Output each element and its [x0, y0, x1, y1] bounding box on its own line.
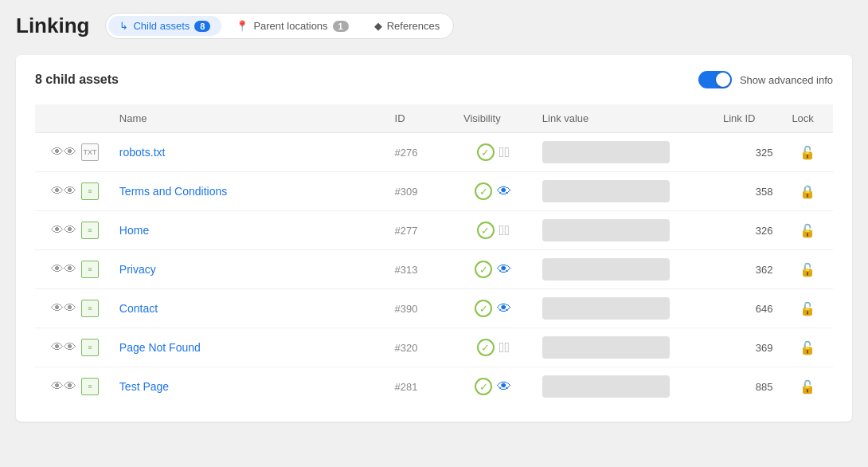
link-id-value: 646 — [756, 303, 773, 315]
page-type-icon: ≡ — [81, 182, 99, 200]
visibility-eye-icon[interactable]: 👁 — [497, 261, 511, 278]
page-type-icon: ≡ — [81, 300, 99, 317]
table-row: 👁👁 ≡ Contact#390✓👁646🔓 — [35, 289, 833, 328]
visibility-eye-icon[interactable]: 👁 — [497, 183, 511, 200]
table-row: 👁👁 ≡ Privacy#313✓👁362🔓 — [35, 250, 833, 289]
link-id-value: 358 — [756, 186, 773, 198]
binoculars-icon[interactable]: 👁👁 — [51, 184, 76, 198]
status-check: ✓ — [477, 222, 495, 239]
asset-id: #277 — [395, 225, 418, 237]
section-title: 8 child assets — [35, 73, 119, 87]
advanced-toggle-switch[interactable] — [698, 71, 732, 88]
references-icon: ◆ — [374, 20, 382, 32]
table-header-row: Name ID Visibility Link value Link ID Lo… — [35, 104, 833, 133]
tab-parent-locations[interactable]: 📍 Parent locations 1 — [225, 16, 359, 36]
col-header-linkvalue: Link value — [533, 104, 714, 133]
table-row: 👁👁 TXT robots.txt#276✓👁̸325🔓 — [35, 133, 833, 172]
page-type-icon: ≡ — [81, 378, 99, 395]
unlock-icon[interactable]: 🔓 — [800, 341, 815, 355]
status-check: ✓ — [477, 339, 495, 356]
col-header-lock: Lock — [782, 104, 833, 133]
page-title: Linking — [16, 14, 89, 38]
page-header: Linking ↳ Child assets 8 📍 Parent locati… — [16, 13, 852, 39]
parent-locations-icon: 📍 — [236, 20, 248, 32]
tab-references[interactable]: ◆ References — [363, 16, 451, 36]
page-type-icon: ≡ — [81, 222, 99, 239]
asset-name-link[interactable]: Test Page — [119, 380, 169, 393]
table-row: 👁👁 ≡ Terms and Conditions#309✓👁358🔒 — [35, 172, 833, 211]
unlock-icon[interactable]: 🔓 — [800, 380, 815, 394]
link-id-value: 326 — [756, 225, 773, 237]
status-check: ✓ — [477, 143, 495, 161]
tab-bar: ↳ Child assets 8 📍 Parent locations 1 ◆ … — [105, 13, 454, 39]
asset-id: #281 — [395, 381, 418, 393]
asset-id: #320 — [395, 342, 418, 354]
content-card: 8 child assets Show advanced info Name I… — [16, 55, 852, 422]
status-check: ✓ — [475, 300, 492, 317]
link-value-bar[interactable] — [542, 297, 670, 320]
status-check: ✓ — [475, 182, 492, 200]
link-value-bar[interactable] — [542, 141, 670, 163]
visibility-eye-off-icon[interactable]: 👁̸ — [499, 339, 510, 356]
status-check: ✓ — [475, 261, 492, 278]
link-value-bar[interactable] — [542, 219, 670, 241]
link-id-value: 325 — [756, 147, 773, 159]
parent-locations-badge: 1 — [333, 21, 349, 32]
unlock-icon[interactable]: 🔓 — [800, 146, 815, 159]
asset-name-link[interactable]: Privacy — [119, 263, 156, 276]
card-header: 8 child assets Show advanced info — [35, 71, 833, 88]
asset-name-link[interactable]: Home — [119, 224, 149, 237]
col-header-visibility: Visibility — [454, 104, 533, 133]
binoculars-icon[interactable]: 👁👁 — [51, 301, 76, 316]
asset-name-link[interactable]: Terms and Conditions — [119, 185, 227, 198]
tab-references-label: References — [387, 20, 440, 32]
asset-name-link[interactable]: Page Not Found — [119, 341, 201, 354]
unlock-icon[interactable]: 🔓 — [800, 263, 815, 277]
child-assets-badge: 8 — [194, 21, 210, 32]
table-row: 👁👁 ≡ Home#277✓👁̸326🔓 — [35, 211, 833, 250]
advanced-toggle-label: Show advanced info — [740, 74, 833, 86]
link-id-value: 362 — [756, 264, 773, 276]
asset-id: #309 — [395, 186, 418, 198]
status-check: ✓ — [475, 378, 492, 395]
unlock-icon[interactable]: 🔓 — [800, 224, 815, 237]
table-row: 👁👁 ≡ Test Page#281✓👁885🔓 — [35, 367, 833, 406]
page-type-icon: ≡ — [81, 339, 99, 356]
link-value-bar[interactable] — [542, 180, 670, 202]
lock-icon[interactable]: 🔒 — [800, 185, 815, 198]
visibility-eye-icon[interactable]: 👁 — [497, 300, 511, 317]
file-type-icon: TXT — [81, 143, 99, 161]
tab-child-assets[interactable]: ↳ Child assets 8 — [108, 16, 221, 36]
tab-parent-locations-label: Parent locations — [253, 20, 327, 32]
binoculars-icon[interactable]: 👁👁 — [51, 262, 76, 277]
tab-child-assets-label: Child assets — [133, 20, 190, 32]
col-header-id: ID — [385, 104, 454, 133]
visibility-eye-off-icon[interactable]: 👁̸ — [499, 144, 510, 161]
link-id-value: 885 — [756, 381, 773, 393]
binoculars-icon[interactable]: 👁👁 — [51, 379, 76, 394]
binoculars-icon[interactable]: 👁👁 — [51, 145, 76, 159]
col-header-linkid: Link ID — [714, 104, 782, 133]
asset-name-link[interactable]: Contact — [119, 302, 158, 315]
assets-table: Name ID Visibility Link value Link ID Lo… — [35, 104, 833, 406]
link-value-bar[interactable] — [542, 258, 670, 281]
link-value-bar[interactable] — [542, 375, 670, 398]
table-row: 👁👁 ≡ Page Not Found#320✓👁̸369🔓 — [35, 328, 833, 367]
visibility-eye-off-icon[interactable]: 👁̸ — [499, 222, 510, 239]
col-header-icons — [35, 104, 110, 133]
asset-name-link[interactable]: robots.txt — [119, 146, 166, 159]
page-type-icon: ≡ — [81, 261, 99, 278]
link-value-bar[interactable] — [542, 336, 670, 359]
advanced-toggle-container: Show advanced info — [698, 71, 833, 88]
link-id-value: 369 — [756, 342, 773, 354]
binoculars-icon[interactable]: 👁👁 — [51, 340, 76, 355]
unlock-icon[interactable]: 🔓 — [800, 302, 815, 316]
binoculars-icon[interactable]: 👁👁 — [51, 223, 76, 237]
col-header-name: Name — [110, 104, 385, 133]
asset-id: #390 — [395, 303, 418, 315]
visibility-eye-icon[interactable]: 👁 — [497, 379, 511, 395]
child-assets-icon: ↳ — [119, 20, 128, 32]
asset-id: #276 — [395, 147, 418, 159]
asset-id: #313 — [395, 264, 418, 276]
